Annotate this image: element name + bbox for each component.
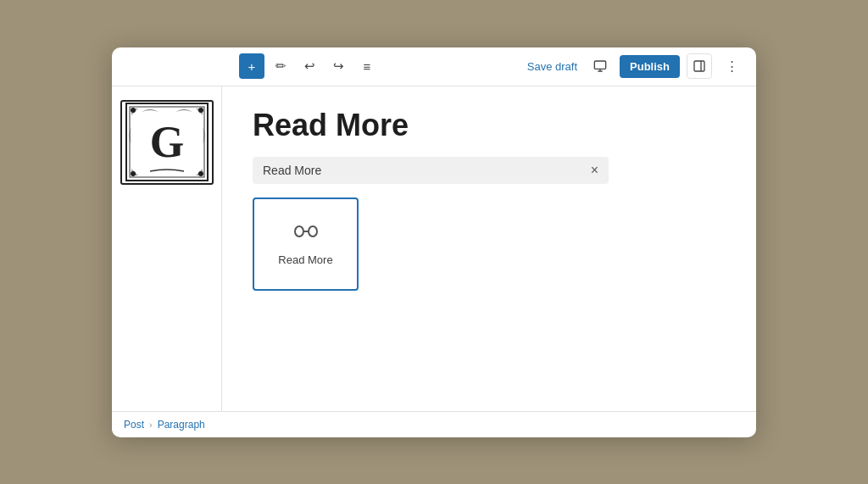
publish-button[interactable]: Publish bbox=[620, 55, 680, 78]
toolbar-left: + ✏ ↩ ↪ ≡ bbox=[239, 53, 519, 79]
main-area: G Read More Read More × bbox=[112, 86, 756, 411]
sidebar-toggle-button[interactable] bbox=[687, 53, 712, 79]
clear-search-button[interactable]: × bbox=[591, 164, 598, 177]
link-icon bbox=[294, 221, 318, 245]
redo-button[interactable]: ↪ bbox=[326, 53, 351, 79]
svg-rect-0 bbox=[594, 61, 605, 69]
editor-window: + ✏ ↩ ↪ ≡ Save draft Publish ⋮ bbox=[112, 47, 756, 437]
breadcrumb-paragraph[interactable]: Paragraph bbox=[158, 419, 205, 431]
site-logo: G bbox=[120, 100, 214, 185]
svg-rect-11 bbox=[309, 226, 317, 236]
svg-text:G: G bbox=[149, 118, 183, 166]
logo-column: G bbox=[112, 86, 222, 411]
breadcrumb: Post › Paragraph bbox=[112, 411, 756, 437]
toolbar-right: Save draft Publish ⋮ bbox=[524, 53, 744, 79]
read-more-block-card[interactable]: Read More bbox=[253, 197, 359, 291]
post-title: Read More bbox=[253, 107, 726, 143]
preview-button[interactable] bbox=[587, 53, 613, 79]
breadcrumb-post[interactable]: Post bbox=[124, 419, 144, 431]
breadcrumb-separator: › bbox=[149, 420, 153, 430]
content-area: Read More Read More × Read More bbox=[222, 86, 756, 411]
search-row: Read More × bbox=[253, 157, 609, 184]
svg-rect-10 bbox=[295, 226, 303, 236]
save-draft-button[interactable]: Save draft bbox=[524, 60, 581, 73]
svg-rect-1 bbox=[694, 61, 704, 71]
more-options-button[interactable]: ⋮ bbox=[719, 53, 744, 79]
details-button[interactable]: ≡ bbox=[354, 53, 380, 79]
tools-button[interactable]: ✏ bbox=[268, 53, 293, 79]
block-label: Read More bbox=[278, 253, 332, 266]
add-block-button[interactable]: + bbox=[239, 53, 264, 79]
search-text: Read More bbox=[263, 164, 582, 177]
undo-button[interactable]: ↩ bbox=[297, 53, 322, 79]
top-bar: + ✏ ↩ ↪ ≡ Save draft Publish ⋮ bbox=[112, 47, 756, 86]
